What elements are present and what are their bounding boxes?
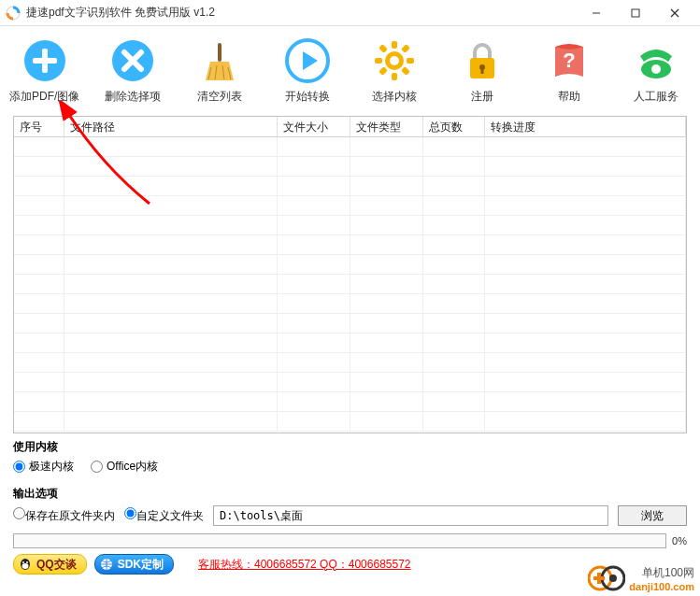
col-path[interactable]: 文件路径	[64, 117, 278, 136]
col-type[interactable]: 文件类型	[350, 117, 423, 136]
remove-button[interactable]: 删除选择项	[98, 36, 166, 105]
save-custom-input[interactable]	[124, 507, 136, 519]
kernel-office-label: Office内核	[107, 459, 158, 475]
close-button[interactable]	[655, 1, 694, 25]
grid-header: 序号 文件路径 文件大小 文件类型 总页数 转换进度	[14, 117, 686, 137]
kernel-fast-input[interactable]	[13, 461, 25, 473]
svg-rect-7	[33, 58, 57, 64]
svg-point-43	[609, 575, 617, 582]
save-custom-radio[interactable]: 自定义文件夹	[124, 507, 204, 524]
svg-marker-17	[303, 51, 318, 70]
globe-icon	[99, 557, 114, 572]
sdk-label: SDK定制	[118, 557, 164, 573]
x-icon	[108, 36, 157, 85]
start-label: 开始转换	[285, 89, 330, 105]
browse-button[interactable]: 浏览	[618, 505, 687, 526]
save-orig-label: 保存在原文件夹内	[25, 509, 115, 522]
svg-rect-25	[401, 44, 410, 53]
svg-point-35	[22, 563, 29, 569]
watermark: 单机100网 danji100.com	[588, 562, 694, 594]
kernel-title: 使用内核	[13, 439, 687, 455]
kernel-office-radio[interactable]: Office内核	[91, 459, 158, 475]
broom-icon	[195, 36, 244, 85]
svg-rect-23	[379, 44, 388, 53]
help-button[interactable]: ? 帮助	[535, 36, 603, 105]
save-orig-input[interactable]	[13, 507, 25, 519]
clear-button[interactable]: 清空列表	[186, 36, 254, 105]
svg-point-36	[22, 561, 24, 563]
watermark-cn: 单机100网	[629, 565, 694, 581]
svg-rect-22	[407, 58, 414, 64]
app-icon	[6, 6, 21, 21]
svg-point-33	[651, 64, 661, 74]
col-pages[interactable]: 总页数	[423, 117, 485, 136]
col-size[interactable]: 文件大小	[278, 117, 350, 136]
add-pdf-button[interactable]: 添加PDF/图像	[9, 36, 79, 105]
svg-rect-24	[401, 66, 410, 76]
svg-rect-19	[392, 41, 397, 49]
gear-icon	[370, 36, 419, 85]
service-label: 人工服务	[634, 89, 679, 105]
watermark-url: danji100.com	[629, 581, 694, 592]
kernel-office-input[interactable]	[91, 461, 103, 473]
qq-chat-button[interactable]: QQ交谈	[13, 554, 87, 575]
toolbar: 添加PDF/图像 删除选择项 清空列表 开始转换 选择内核 注册 ? 帮助	[0, 26, 700, 110]
save-custom-label: 自定义文件夹	[136, 509, 204, 522]
svg-point-27	[390, 56, 399, 65]
service-button[interactable]: 人工服务	[622, 36, 691, 105]
output-title: 输出选项	[13, 486, 687, 502]
svg-rect-30	[480, 68, 483, 74]
progress-section: 0%	[0, 528, 700, 550]
play-icon	[283, 36, 332, 85]
hotline-link[interactable]: 客服热线：4006685572 QQ：4006685572	[198, 557, 410, 573]
output-section: 输出选项 保存在原文件夹内 自定义文件夹 浏览	[0, 480, 700, 528]
grid-body	[14, 137, 686, 433]
col-progress[interactable]: 转换进度	[485, 117, 686, 136]
svg-point-37	[26, 561, 28, 563]
plus-icon	[21, 36, 69, 85]
help-label: 帮助	[558, 89, 580, 105]
output-path-input[interactable]	[213, 505, 608, 526]
col-seq[interactable]: 序号	[14, 117, 64, 136]
kernel-section: 使用内核 极速内核 Office内核	[0, 433, 700, 480]
titlebar: 捷速pdf文字识别软件 免费试用版 v1.2	[0, 0, 700, 26]
svg-rect-42	[593, 576, 605, 580]
window-title: 捷速pdf文字识别软件 免费试用版 v1.2	[26, 5, 577, 21]
maximize-button[interactable]	[616, 1, 655, 25]
gamepad-icon	[588, 562, 625, 594]
phone-icon	[632, 36, 680, 85]
save-orig-radio[interactable]: 保存在原文件夹内	[13, 507, 115, 524]
progress-bar	[13, 533, 666, 548]
register-label: 注册	[471, 89, 493, 105]
svg-rect-20	[392, 73, 397, 80]
svg-text:?: ?	[563, 49, 575, 72]
clear-label: 清空列表	[197, 89, 242, 105]
qq-chat-label: QQ交谈	[36, 557, 77, 573]
sdk-button[interactable]: SDK定制	[94, 554, 174, 575]
svg-rect-11	[218, 43, 221, 62]
svg-rect-21	[375, 58, 382, 64]
progress-percent: 0%	[672, 535, 687, 546]
lock-icon	[458, 36, 507, 85]
kernel-fast-radio[interactable]: 极速内核	[13, 459, 74, 475]
kernel-fast-label: 极速内核	[29, 459, 74, 475]
help-book-icon: ?	[545, 36, 593, 85]
add-pdf-label: 添加PDF/图像	[9, 89, 79, 105]
minimize-button[interactable]	[577, 1, 616, 25]
kernel-button[interactable]: 选择内核	[360, 36, 428, 105]
content-area: 序号 文件路径 文件大小 文件类型 总页数 转换进度	[0, 110, 700, 433]
qq-icon	[18, 557, 33, 572]
remove-label: 删除选择项	[105, 89, 161, 105]
kernel-label: 选择内核	[372, 89, 417, 105]
svg-rect-2	[632, 9, 639, 17]
svg-rect-26	[379, 66, 388, 76]
start-button[interactable]: 开始转换	[273, 36, 341, 105]
file-grid[interactable]: 序号 文件路径 文件大小 文件类型 总页数 转换进度	[13, 116, 687, 433]
register-button[interactable]: 注册	[448, 36, 516, 105]
